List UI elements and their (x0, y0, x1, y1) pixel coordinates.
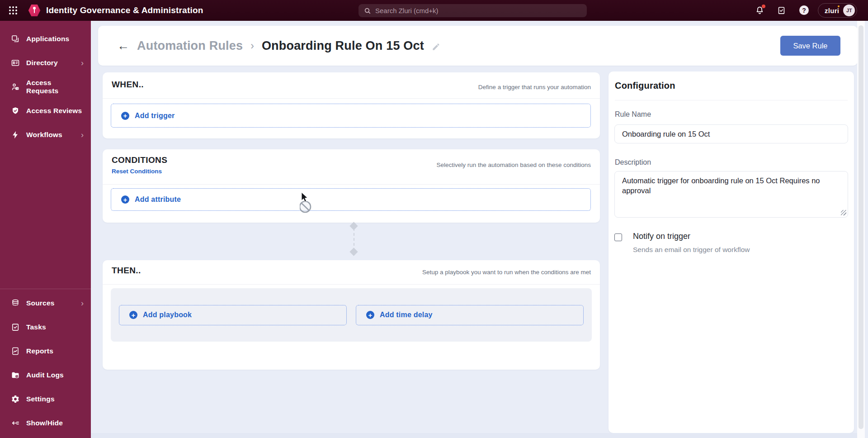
rule-name-input[interactable] (614, 124, 848, 143)
then-title: THEN.. (112, 266, 141, 276)
search-input[interactable] (375, 7, 587, 14)
configuration-panel: Configuration Rule Name Description Auto… (609, 71, 854, 433)
notification-badge (762, 5, 765, 8)
plus-icon: + (366, 311, 374, 319)
sidebar-item-sources[interactable]: Sources › (0, 291, 91, 315)
directory-icon (11, 58, 20, 67)
access-reviews-icon (11, 106, 20, 115)
sidebar-item-label: Access Requests (26, 79, 84, 95)
sidebar-item-label: Workflows (26, 131, 62, 139)
notify-on-trigger-hint: Sends an email on trigger of workflow (633, 246, 750, 254)
sidebar-bottom-group: Sources › Tasks Reports Audit Logs (0, 291, 91, 435)
workflows-icon (11, 130, 20, 139)
add-playbook-button[interactable]: + Add playbook (119, 305, 347, 325)
org-name: zluri (825, 7, 839, 14)
sidebar-item-directory[interactable]: Directory › (0, 51, 91, 75)
when-title: WHEN.. (112, 80, 144, 90)
then-hint: Setup a playbook you want to run when th… (422, 269, 591, 276)
sidebar-item-access-reviews[interactable]: Access Reviews (0, 99, 91, 123)
reset-conditions-link[interactable]: Reset Conditions (112, 168, 162, 175)
sidebar-top-group: Applications Directory › Access Requests… (0, 21, 91, 147)
sidebar-item-access-requests[interactable]: Access Requests (0, 75, 91, 99)
add-time-delay-button[interactable]: + Add time delay (356, 305, 584, 325)
settings-icon (11, 395, 20, 404)
flow-connector (351, 223, 357, 255)
sidebar-item-label: Reports (26, 347, 53, 355)
add-attribute-label: Add attribute (135, 195, 181, 204)
scrollbar-thumb[interactable] (859, 25, 863, 429)
sidebar-item-label: Settings (26, 395, 55, 403)
account-menu[interactable]: zluri JT (818, 3, 857, 18)
app-title: Identity Governance & Administration (46, 0, 203, 21)
sidebar-item-label: Applications (26, 35, 69, 43)
page-title: Onboarding Rule On 15 Oct (262, 39, 424, 53)
plus-icon: + (121, 195, 129, 204)
show-hide-icon (11, 419, 20, 428)
sidebar-divider (0, 289, 91, 289)
sidebar: Applications Directory › Access Requests… (0, 21, 91, 438)
topbar: Identity Governance & Administration ? z… (0, 0, 868, 21)
sidebar-item-tasks[interactable]: Tasks (0, 315, 91, 339)
description-textarea[interactable]: Automatic trigger for onboarding rule on… (614, 171, 848, 218)
then-section: THEN.. Setup a playbook you want to run … (103, 260, 600, 370)
when-hint: Define a trigger that runs your automati… (478, 84, 591, 90)
plus-icon: + (121, 112, 129, 120)
sidebar-item-label: Access Reviews (26, 107, 82, 115)
sidebar-item-reports[interactable]: Reports (0, 339, 91, 363)
description-label: Description (615, 158, 651, 167)
section-divider (103, 184, 600, 185)
sidebar-item-label: Directory (26, 59, 58, 67)
conditions-hint: Selectively run the automation based on … (437, 162, 591, 168)
section-divider (103, 284, 600, 285)
chevron-right-icon: › (81, 131, 84, 139)
back-arrow-icon[interactable]: ← (117, 40, 129, 52)
add-trigger-button[interactable]: + Add trigger (111, 104, 591, 128)
breadcrumb-parent[interactable]: Automation Rules (137, 39, 243, 53)
add-attribute-button[interactable]: + Add attribute (111, 188, 591, 211)
sidebar-item-label: Audit Logs (26, 371, 64, 379)
connector-diamond (349, 248, 358, 256)
sidebar-item-audit-logs[interactable]: Audit Logs (0, 363, 91, 387)
notify-on-trigger-label: Notify on trigger (633, 232, 690, 241)
vertical-scrollbar (857, 21, 865, 438)
sidebar-item-applications[interactable]: Applications (0, 27, 91, 51)
sidebar-item-workflows[interactable]: Workflows › (0, 123, 91, 147)
add-trigger-label: Add trigger (135, 112, 175, 120)
breadcrumb-separator-icon: › (250, 40, 254, 52)
apps-icon (11, 34, 20, 43)
sources-icon (11, 299, 20, 308)
sidebar-item-label: Sources (26, 299, 55, 307)
access-requests-icon (11, 82, 20, 91)
search-icon (364, 7, 371, 14)
chevron-right-icon: › (81, 299, 84, 307)
chevron-right-icon: › (81, 59, 84, 67)
tasks-clipboard-icon[interactable] (777, 6, 787, 16)
section-divider (615, 100, 848, 100)
then-actions-panel: + Add playbook + Add time delay (111, 288, 592, 342)
plus-icon: + (129, 311, 137, 319)
rule-name-label: Rule Name (615, 110, 651, 119)
conditions-section: CONDITIONS Reset Conditions Selectively … (103, 149, 600, 223)
sidebar-item-show-hide[interactable]: Show/Hide (0, 411, 91, 435)
configuration-title: Configuration (615, 81, 675, 91)
app-grid-icon[interactable] (9, 6, 18, 15)
textarea-resize-handle[interactable] (841, 210, 846, 215)
save-rule-button[interactable]: Save Rule (780, 36, 840, 56)
avatar[interactable]: JT (843, 5, 855, 16)
zluri-logo-icon (28, 4, 41, 17)
tasks-icon (11, 323, 20, 332)
sidebar-item-label: Show/Hide (26, 419, 63, 427)
add-playbook-label: Add playbook (143, 311, 192, 319)
notifications-bell-icon[interactable] (755, 5, 765, 15)
org-brand-dot (838, 5, 840, 7)
reports-icon (11, 347, 20, 356)
when-section: WHEN.. Define a trigger that runs your a… (103, 72, 600, 138)
sidebar-item-label: Tasks (26, 323, 46, 331)
sidebar-item-settings[interactable]: Settings (0, 387, 91, 411)
global-search[interactable] (359, 4, 587, 17)
page-header: ← Automation Rules › Onboarding Rule On … (98, 26, 858, 66)
help-icon[interactable]: ? (799, 5, 809, 15)
add-time-delay-label: Add time delay (380, 311, 433, 319)
notify-on-trigger-checkbox[interactable] (614, 233, 622, 241)
edit-title-icon[interactable] (432, 43, 440, 51)
